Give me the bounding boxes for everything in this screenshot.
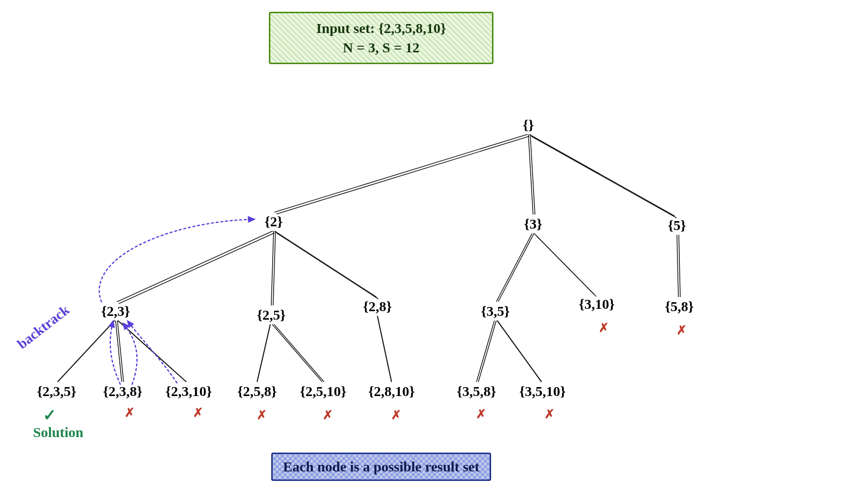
svg-line-8	[271, 231, 274, 306]
svg-line-17	[679, 235, 680, 297]
x-icon: ✗	[193, 405, 203, 420]
node-3-5-10: {3,5,10}	[519, 383, 566, 399]
svg-line-25	[377, 316, 392, 382]
svg-line-28	[497, 321, 542, 382]
svg-line-22	[257, 324, 270, 382]
node-2-3: {2,3}	[101, 303, 130, 319]
node-2-5: {2,5}	[257, 307, 285, 323]
svg-line-13	[498, 233, 534, 302]
node-2-3-5: {2,3,5}	[37, 383, 76, 399]
node-root: {}	[523, 117, 534, 133]
x-icon: ✗	[544, 407, 555, 421]
svg-line-2	[528, 134, 533, 215]
svg-line-3	[530, 134, 535, 215]
svg-line-14	[534, 233, 594, 295]
svg-line-10	[275, 231, 376, 297]
edges-layer	[0, 0, 843, 504]
x-icon: ✗	[125, 405, 135, 420]
svg-line-21	[118, 321, 186, 382]
node-2-5-10: {2,5,10}	[300, 383, 347, 399]
svg-line-6	[117, 231, 273, 302]
node-2-3-10: {2,3,10}	[166, 383, 212, 399]
svg-line-26	[476, 321, 494, 382]
svg-line-9	[273, 231, 275, 306]
node-3: {3}	[524, 216, 543, 232]
svg-line-11	[276, 233, 378, 299]
node-2-5-8: {2,5,8}	[237, 383, 277, 399]
node-2-8-10: {2,8,10}	[368, 383, 415, 399]
svg-line-24	[274, 324, 324, 382]
x-icon: ✗	[676, 323, 687, 338]
x-icon: ✗	[476, 407, 486, 421]
input-box: Input set: {2,3,5,8,10} N = 3, S = 12	[269, 12, 493, 64]
x-icon: ✗	[257, 408, 267, 422]
check-icon: ✓	[43, 405, 56, 424]
svg-line-5	[531, 136, 676, 218]
solution-label: Solution	[33, 424, 83, 440]
node-5: {5}	[668, 217, 686, 233]
svg-line-27	[478, 321, 496, 382]
svg-line-16	[677, 235, 678, 297]
svg-line-4	[529, 134, 675, 216]
x-icon: ✗	[599, 321, 609, 335]
input-line1: Input set: {2,3,5,8,10}	[275, 19, 487, 38]
svg-line-12	[496, 233, 532, 302]
node-3-5-8: {3,5,8}	[457, 383, 496, 399]
svg-line-19	[116, 321, 122, 382]
footer-box: Each node is a possible result set	[271, 453, 491, 481]
node-2-8: {2,8}	[363, 298, 392, 314]
svg-line-7	[119, 233, 275, 304]
svg-line-1	[276, 136, 529, 214]
svg-line-18	[58, 321, 115, 382]
node-3-10: {3,10}	[579, 296, 615, 312]
svg-line-20	[117, 321, 124, 382]
svg-line-15	[536, 235, 596, 297]
node-2-3-8: {2,3,8}	[103, 383, 142, 399]
node-2: {2}	[265, 214, 283, 230]
x-icon: ✗	[391, 408, 401, 422]
x-icon: ✗	[323, 408, 333, 422]
node-3-5: {3,5}	[481, 303, 509, 319]
input-line2: N = 3, S = 12	[275, 38, 487, 58]
svg-line-23	[272, 324, 322, 382]
backtrack-label: backtrack	[14, 302, 72, 352]
svg-line-0	[275, 134, 527, 212]
node-5-8: {5,8}	[665, 298, 693, 314]
